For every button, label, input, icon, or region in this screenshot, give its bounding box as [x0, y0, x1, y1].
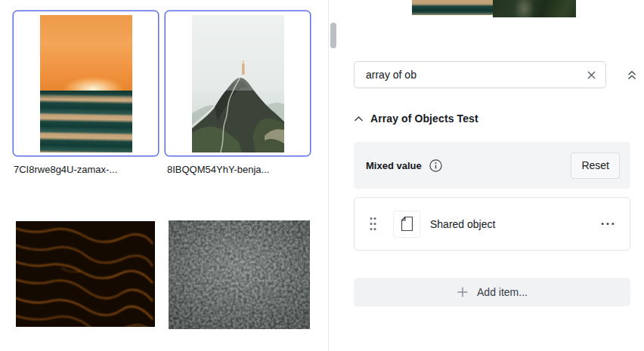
info-circle-icon[interactable]	[429, 159, 443, 173]
collapse-all-button[interactable]	[621, 64, 642, 85]
media-item-dunes[interactable]	[16, 221, 155, 327]
panel-divider	[328, 0, 329, 351]
array-item-title: Shared object	[430, 218, 495, 230]
document-page-icon	[401, 216, 413, 232]
media-item-forest[interactable]	[169, 220, 310, 329]
add-item-label: Add item...	[477, 286, 528, 298]
clear-search-button[interactable]	[584, 67, 599, 82]
sunset-sea	[40, 91, 132, 152]
sunset-preview-fragment	[412, 0, 493, 15]
fieldset-header[interactable]: Array of Objects Test	[354, 111, 478, 126]
plus-icon	[457, 286, 469, 298]
chevron-up-icon	[354, 115, 364, 122]
array-item-row[interactable]: Shared object	[354, 197, 630, 251]
mixed-value-label: Mixed value	[366, 160, 422, 171]
item-type-icon-box	[393, 211, 420, 238]
scrollbar-thumb[interactable]	[330, 23, 336, 48]
partial-thumbnail-offscreen[interactable]	[0, 36, 5, 132]
inspector-panel: Array of Objects Test Mixed value Reset	[342, 0, 644, 351]
sunset-photo	[40, 15, 132, 152]
media-item-mountain[interactable]	[165, 11, 311, 156]
x-icon	[586, 69, 597, 81]
add-item-button[interactable]: Add item...	[354, 278, 630, 306]
mountain-photo	[192, 15, 284, 152]
fieldset-title: Array of Objects Test	[370, 112, 478, 125]
filename-caption[interactable]: 7CI8rwe8g4U-zamax-...	[14, 163, 159, 176]
reset-button[interactable]: Reset	[571, 152, 620, 179]
media-grid-panel: 7CI8rwe8g4U-zamax-... 8IBQQM54YhY-benja.…	[0, 0, 328, 351]
field-search-input[interactable]	[354, 61, 606, 88]
filename-caption[interactable]: 8IBQQM54YhY-benja...	[167, 163, 312, 176]
media-item-sunset[interactable]	[13, 11, 159, 156]
field-search-row	[354, 61, 630, 88]
mountain-preview-fragment	[493, 0, 576, 17]
scrolled-image-preview	[412, 0, 576, 17]
mixed-value-banner: Mixed value Reset	[354, 142, 630, 189]
drag-handle-dots-icon[interactable]	[370, 217, 376, 231]
ellipsis-icon	[601, 222, 615, 226]
chevron-double-up-icon	[626, 69, 638, 82]
item-menu-button[interactable]	[598, 219, 618, 229]
